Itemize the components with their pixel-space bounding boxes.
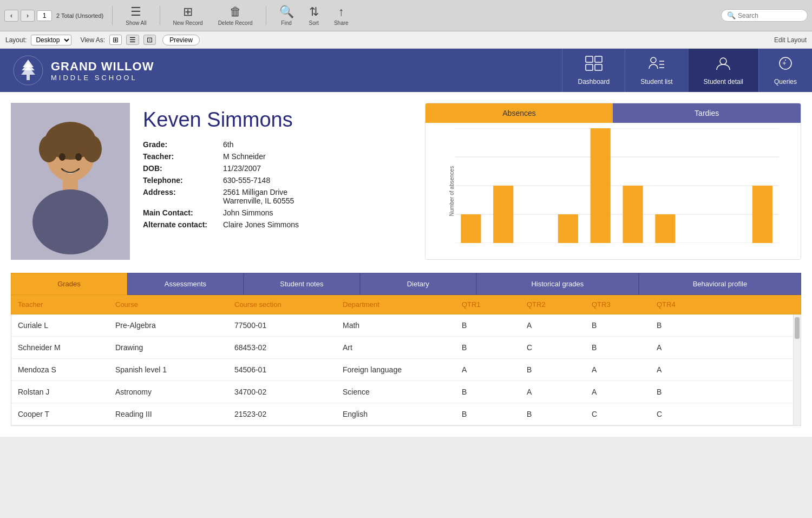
delete-record-label: Delete Record — [218, 20, 253, 26]
td-qtr1-0: B — [455, 321, 520, 330]
layout-select[interactable]: Desktop — [31, 35, 71, 45]
share-label: Share — [334, 20, 349, 26]
y-axis-label: Number of absences — [448, 166, 454, 216]
student-name: Keven Simmons — [143, 108, 412, 132]
show-all-label: Show All — [126, 20, 146, 26]
td-course-section-4: 21523-02 — [228, 410, 336, 418]
th-department: Department — [336, 300, 455, 309]
td-qtr3-2: A — [585, 365, 650, 374]
nav-item-student-list[interactable]: Student list — [625, 49, 687, 92]
layout-bar: Layout: Desktop View As: ⊞ ☰ ⊡ Preview E… — [0, 31, 812, 49]
view-form-button[interactable]: ⊞ — [109, 35, 122, 45]
view-as-label: View As: — [80, 36, 105, 44]
tab-grades[interactable]: Grades — [11, 273, 127, 295]
td-course-1: Drawing — [109, 343, 228, 352]
school-name-top: GRAND WILLOW — [51, 60, 154, 74]
td-course-2: Spanish level 1 — [109, 365, 228, 374]
tab-historical-grades[interactable]: Historical grades — [476, 273, 639, 295]
table-row: Cooper T Reading III 21523-02 English B … — [11, 403, 801, 425]
show-all-icon: ☰ — [130, 5, 141, 19]
scrollbar[interactable] — [793, 314, 801, 425]
td-department-2: Foreign language — [336, 365, 455, 374]
td-course-4: Reading III — [109, 410, 228, 418]
preview-button[interactable]: Preview — [162, 35, 200, 45]
svg-rect-7 — [586, 64, 593, 70]
svg-rect-41 — [461, 214, 481, 243]
student-section: Keven Simmons Grade: 6th Teacher: M Schn… — [11, 103, 801, 260]
table-subheader: Teacher Course Course section Department… — [11, 295, 801, 314]
table-row: Mendoza S Spanish level 1 54506-01 Forei… — [11, 359, 801, 381]
th-course: Course — [109, 300, 228, 309]
sort-label: Sort — [309, 20, 319, 26]
td-qtr2-1: C — [520, 343, 585, 352]
td-qtr2-4: B — [520, 410, 585, 418]
school-name-bottom: MIDDLE SCHOOL — [51, 74, 154, 82]
new-record-icon: ⊞ — [183, 5, 193, 19]
td-qtr2-0: A — [520, 321, 585, 330]
search-container: 🔍 — [721, 9, 808, 22]
nav-label-dashboard: Dashboard — [578, 78, 610, 86]
view-list-button[interactable]: ☰ — [126, 35, 139, 45]
divider-3 — [266, 6, 266, 25]
divider-2 — [160, 6, 160, 25]
address-value: 2561 Milligan Drive Warrenville, IL 6055… — [223, 188, 412, 205]
svg-point-25 — [75, 153, 82, 161]
nav-item-dashboard[interactable]: Dashboard — [562, 49, 625, 92]
telephone-label: Telephone: — [143, 176, 219, 185]
svg-rect-48 — [590, 128, 610, 243]
new-record-button[interactable]: ⊞ New Record — [169, 4, 207, 27]
search-input[interactable] — [738, 12, 803, 19]
nav-item-student-detail[interactable]: Student detail — [688, 49, 758, 92]
th-qtr2: QTR2 — [520, 300, 585, 309]
svg-text:+: + — [782, 59, 787, 67]
total-records-label: 2 Total (Unsorted) — [56, 12, 103, 19]
svg-point-13 — [720, 58, 726, 64]
scrollbar-thumb[interactable] — [795, 317, 800, 339]
sort-button[interactable]: ⇅ Sort — [305, 4, 323, 27]
td-course-section-0: 77500-01 — [228, 321, 336, 330]
dashboard-icon — [585, 56, 603, 75]
show-all-button[interactable]: ☰ Show All — [121, 4, 150, 27]
find-button[interactable]: 🔍 Find — [275, 4, 298, 27]
toolbar: ‹ › 2 Total (Unsorted) ☰ Show All ⊞ New … — [0, 0, 812, 31]
address-line1: 2561 Milligan Drive — [223, 188, 412, 196]
tab-behavioral-profile[interactable]: Behavioral profile — [639, 273, 801, 295]
next-record-button[interactable]: › — [21, 10, 35, 22]
view-table-button[interactable]: ⊡ — [143, 35, 156, 45]
tab-student-notes[interactable]: Student notes — [244, 273, 360, 295]
layout-label: Layout: — [5, 36, 27, 44]
main-contact-value: John Simmons — [223, 208, 412, 217]
tab-dietary[interactable]: Dietary — [360, 273, 476, 295]
svg-rect-6 — [595, 56, 602, 62]
find-label: Find — [281, 20, 291, 26]
svg-point-20 — [39, 135, 58, 162]
nav-item-queries[interactable]: + Queries — [758, 49, 812, 92]
edit-layout-button[interactable]: Edit Layout — [774, 36, 807, 44]
main-content: Keven Simmons Grade: 6th Teacher: M Schn… — [0, 92, 812, 437]
chart-tab-absences[interactable]: Absences — [425, 103, 613, 123]
teacher-value: M Schneider — [223, 152, 412, 161]
teacher-label: Teacher: — [143, 152, 219, 161]
td-qtr3-4: C — [585, 410, 650, 418]
svg-point-9 — [651, 57, 656, 63]
delete-record-button[interactable]: 🗑 Delete Record — [214, 4, 257, 27]
chart-tab-tardies[interactable]: Tardies — [613, 103, 801, 123]
svg-rect-52 — [655, 214, 675, 243]
td-department-4: English — [336, 410, 455, 418]
td-qtr4-1: A — [650, 343, 715, 352]
th-course-section: Course section — [228, 300, 336, 309]
share-button[interactable]: ↑ Share — [330, 4, 353, 27]
school-brand: GRAND WILLOW MIDDLE SCHOOL — [0, 49, 562, 92]
queries-icon: + — [777, 56, 794, 75]
sort-icon: ⇅ — [309, 5, 319, 19]
td-qtr4-4: C — [650, 410, 715, 418]
prev-record-button[interactable]: ‹ — [4, 10, 18, 22]
record-number-input[interactable] — [37, 10, 52, 21]
td-course-section-2: 54506-01 — [228, 365, 336, 374]
student-info: Keven Simmons Grade: 6th Teacher: M Schn… — [143, 103, 412, 260]
tab-assessments[interactable]: Assessments — [127, 273, 244, 295]
th-qtr4: QTR4 — [650, 300, 715, 309]
th-qtr3: QTR3 — [585, 300, 650, 309]
td-course-0: Pre-Algebra — [109, 321, 228, 330]
address-line2: Warrenville, IL 60555 — [223, 196, 412, 205]
